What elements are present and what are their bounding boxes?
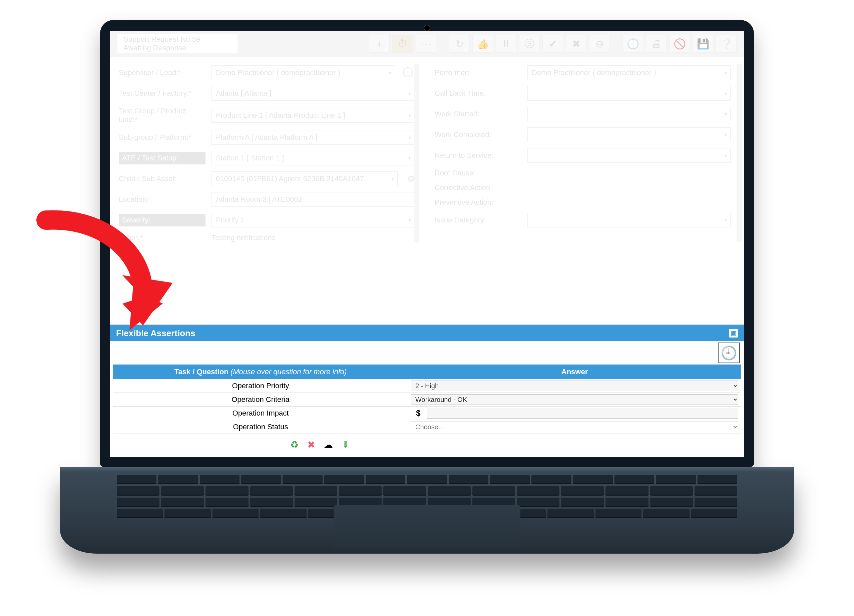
plus-icon[interactable]: ＋ (369, 35, 390, 53)
field-label: Child / Sub Asset: (119, 174, 206, 183)
right-row-8: Issue Category: (435, 213, 730, 227)
right-row-4: Return to Service: (435, 148, 730, 163)
right-row-3: Work Completed: (435, 127, 730, 142)
field-input[interactable]: Platform A [ Atlanta Platform A ] (212, 130, 415, 145)
field-label: ATE / Test Setup: (119, 152, 206, 165)
field-input[interactable] (528, 127, 730, 142)
keyboard-key (206, 498, 248, 507)
right-row-7: Preventive Action: (435, 198, 730, 207)
keyboard-key (117, 486, 159, 496)
left-column: Supervisor / Lead:*Demo Practitioner ( d… (119, 66, 415, 242)
keyboard-key (595, 509, 642, 518)
print-icon[interactable]: 🖨 (646, 35, 666, 53)
right-row-5: Root Cause: (435, 169, 730, 177)
keyboard-key (241, 475, 281, 484)
col-task-label: Task / Question (174, 367, 229, 376)
left-row-4: ATE / Test Setup:Station 1 [ Station 1 ] (119, 151, 415, 165)
answer-select[interactable]: Workaround - OK (411, 394, 738, 405)
field-input[interactable]: Product Line 1 [ Atlanta Product Line 1 … (212, 108, 415, 123)
currency-symbol: $ (411, 409, 420, 418)
field-label: Work Completed: (435, 130, 522, 139)
panel-header: Flexible Assertions ▣ (110, 325, 744, 341)
laptop-mockup: Support Request No.59 Awaiting Response … (100, 20, 754, 553)
keyboard-key (294, 486, 337, 496)
field-text: Testing notifications (212, 233, 276, 242)
keyboard-key (117, 509, 163, 518)
answer-cell: $ (408, 407, 741, 420)
question-cell: Operation Impact (113, 407, 408, 420)
keyboard-key (517, 486, 560, 496)
left-row-1: Test Center / Factory:*Atlanta [ Atlanta… (119, 86, 415, 101)
block-icon[interactable]: 🚫 (669, 35, 690, 53)
info-icon[interactable]: ⓘ (401, 66, 415, 80)
keyboard-key (324, 475, 364, 484)
panel-collapse-icon[interactable]: ▣ (729, 329, 738, 337)
answer-cell: Choose... (408, 420, 741, 434)
check-icon[interactable]: ✔ (543, 35, 563, 53)
background-form: Support Request No.59 Awaiting Response … (110, 30, 744, 242)
minus-icon[interactable]: ⊖ (589, 35, 610, 53)
dollar-icon[interactable]: Ⓢ (519, 35, 540, 53)
field-label: Return to Service: (435, 151, 522, 160)
right-row-1: Call Back Time: (435, 86, 730, 101)
left-row-8: …tion:*Testing notifications (119, 233, 415, 242)
field-input[interactable]: Atlanta [ Atlanta ] (212, 86, 415, 101)
field-label: Call Back Time: (435, 89, 522, 98)
col-answer-label: Answer (561, 367, 588, 376)
action-upload-icon[interactable]: ☁ (323, 439, 333, 450)
keyboard-key (605, 486, 648, 496)
field-label: Root Cause: (435, 169, 522, 177)
keyboard-key (656, 475, 695, 484)
action-download-icon[interactable]: ⬇ (342, 439, 349, 450)
keyboard-key (697, 475, 737, 484)
keyboard-key (250, 486, 293, 496)
answer-select[interactable]: 2 - High (411, 381, 738, 391)
action-refresh-icon[interactable]: ♻ (290, 439, 299, 450)
assertions-table: Task / Question (Mouse over question for… (113, 364, 741, 434)
field-input[interactable]: Demo Practitioner ( demopractitioner ) (528, 66, 730, 80)
right-row-2: Work Started: (435, 107, 730, 121)
field-label: Test Center / Factory:* (119, 89, 206, 98)
keyboard-key (650, 498, 693, 507)
field-input[interactable] (528, 86, 730, 101)
more-icon[interactable]: ⋯ (416, 35, 436, 53)
keyboard-key (695, 486, 737, 496)
timer-icon[interactable]: ⏱ (392, 35, 413, 53)
col-task-hint: (Mouse over question for more info) (230, 367, 347, 376)
field-input[interactable]: 0109145 (01FB61) Agilent 6236B 2140A1047… (212, 171, 398, 186)
right-row-0: Performer:Demo Practitioner ( demopracti… (435, 66, 730, 80)
keyboard-key (250, 498, 293, 507)
field-input[interactable] (528, 148, 730, 163)
field-input[interactable]: Atlanta Room 2 | ATE0002 (212, 192, 415, 207)
keyboard-key (643, 509, 689, 518)
left-row-5: Child / Sub Asset:0109145 (01FB61) Agile… (119, 171, 415, 186)
refresh-icon[interactable]: ↻ (449, 35, 470, 53)
keyboard-key (615, 475, 654, 484)
save-icon[interactable]: 💾 (692, 35, 713, 53)
help-icon[interactable]: ❔ (716, 35, 737, 53)
left-row-0: Supervisor / Lead:*Demo Practitioner ( d… (119, 66, 415, 80)
answer-cell: Workaround - OK (408, 393, 741, 407)
keyboard-key (117, 475, 157, 484)
scrollbar-right[interactable] (737, 64, 742, 242)
col-task: Task / Question (Mouse over question for… (113, 365, 408, 379)
answer-select[interactable]: Choose... (411, 422, 738, 432)
webcam (424, 25, 430, 31)
close-icon[interactable]: ✖ (566, 35, 586, 53)
title-chip: Support Request No.59 Awaiting Response (117, 34, 238, 53)
action-delete-icon[interactable]: ✖ (307, 439, 315, 450)
keyboard-key (691, 509, 737, 518)
money-input[interactable] (427, 408, 738, 419)
form-area: Supervisor / Lead:*Demo Practitioner ( d… (110, 57, 744, 242)
field-input[interactable]: Demo Practitioner ( demopractitioner ) (212, 66, 395, 80)
field-input[interactable] (528, 213, 730, 227)
field-input[interactable]: Station 1 [ Station 1 ] (212, 151, 415, 165)
scrollbar-left[interactable] (414, 64, 419, 242)
history-button[interactable]: 🕘 (718, 343, 740, 363)
keyboard-key (472, 486, 515, 496)
thumbsup-icon[interactable]: 👍 (472, 35, 493, 53)
field-input[interactable]: Priority 1 (212, 213, 415, 227)
field-input[interactable] (528, 107, 730, 121)
clock-icon[interactable]: 🕘 (622, 35, 643, 53)
pause-icon[interactable]: ⏸ (496, 35, 516, 53)
